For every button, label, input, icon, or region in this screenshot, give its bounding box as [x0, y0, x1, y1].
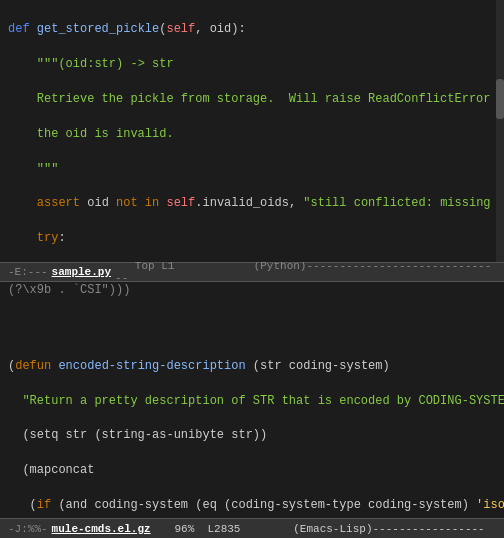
- top-status-bar: -E:--- sample.py Top L1 (Python)--------…: [0, 262, 504, 282]
- code-line: "Return a pretty description of STR that…: [8, 393, 496, 410]
- code-line: def get_stored_pickle(self, oid):: [8, 21, 496, 38]
- scrollbar-thumb[interactable]: [496, 79, 504, 119]
- code-line: (mapconcat: [8, 462, 496, 479]
- bottom-pane: (defun encoded-string-description (str c…: [0, 302, 504, 518]
- code-line: (if (and coding-system (eq (coding-syste…: [8, 497, 496, 514]
- bottom-status-info: 96% L2835 (Emacs-Lisp)-----------------: [155, 523, 496, 535]
- bottom-status-prefix: -J:%%-: [8, 523, 48, 535]
- status-spacer: Top L1 (Python)-------------------------…: [115, 260, 496, 284]
- code-line: """(oid:str) -> str: [8, 56, 496, 73]
- code-line: assert oid not in self.invalid_oids, "st…: [8, 195, 496, 212]
- code-line: """: [8, 161, 496, 178]
- code-line: try:: [8, 230, 496, 247]
- status-filename: sample.py: [52, 266, 111, 278]
- status-prefix: -E:---: [8, 266, 48, 278]
- code-line: the oid is invalid.: [8, 126, 496, 143]
- code-line: (setq str (string-as-unibyte str)): [8, 427, 496, 444]
- editor-container: def get_stored_pickle(self, oid): """(oi…: [0, 0, 504, 538]
- bottom-status-filename: mule-cmds.el.gz: [52, 523, 151, 535]
- separator-content: (?\x9b . `CSI"))): [0, 282, 504, 298]
- code-line: Retrieve the pickle from storage. Will r…: [8, 91, 496, 108]
- python-code-area: def get_stored_pickle(self, oid): """(oi…: [0, 2, 504, 262]
- code-line: (defun encoded-string-description (str c…: [8, 358, 496, 375]
- code-line: [8, 323, 496, 340]
- bottom-status-bar: -J:%%- mule-cmds.el.gz 96% L2835 (Emacs-…: [0, 518, 504, 538]
- top-scrollbar[interactable]: [496, 0, 504, 262]
- top-pane: def get_stored_pickle(self, oid): """(oi…: [0, 0, 504, 262]
- lisp-code-area: (defun encoded-string-description (str c…: [0, 304, 504, 518]
